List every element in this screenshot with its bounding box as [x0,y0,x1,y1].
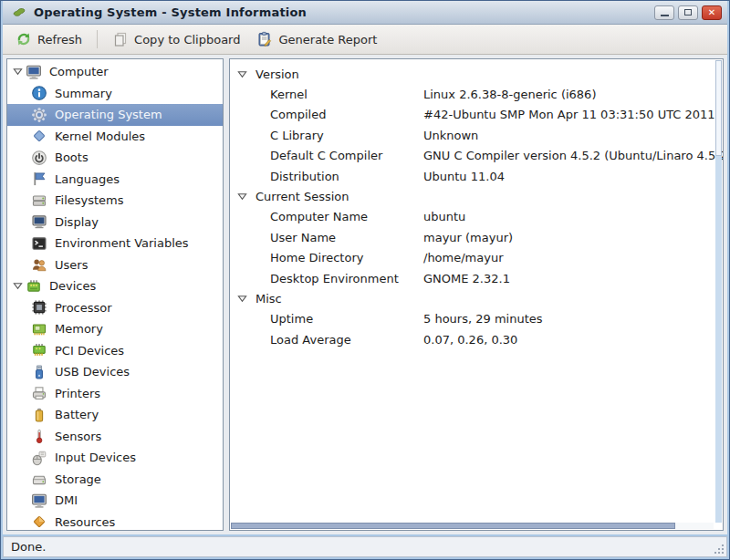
sidebar-item-filesystems[interactable]: Filesystems [7,190,223,212]
section-header-misc[interactable]: Misc [237,288,723,308]
field-label: Desktop Environment [270,272,423,285]
devices-chip-icon [26,278,43,295]
gear-icon [31,107,48,123]
sidebar-item-input-devices[interactable]: Input Devices [7,447,223,469]
detail-row: Desktop EnvironmentGNOME 2.32.1 [237,268,723,288]
toolbar-separator [97,30,98,48]
processor-icon [31,299,48,316]
sidebar-item-label: Computer [49,65,109,78]
sidebar-item-sensors[interactable]: Sensors [7,426,223,448]
field-value: ubuntu [423,210,723,223]
detail-row: KernelLinux 2.6.38-8-generic (i686) [237,84,723,104]
expander-icon[interactable] [237,192,248,202]
maximize-button[interactable] [678,5,698,20]
section-title: Misc [256,292,282,306]
vertical-scrollbar-thumb[interactable] [715,60,722,156]
sidebar-item-label: USB Devices [55,365,130,379]
sidebar-item-processor[interactable]: Processor [7,297,223,319]
detail-row: Default C CompilerGNU C Compiler version… [237,146,723,166]
sidebar-item-label: Memory [55,322,103,336]
memory-icon [31,321,48,337]
sidebar-item-dmi[interactable]: DMI [7,490,223,512]
sidebar-item-boots[interactable]: Boots [7,147,223,169]
sidebar-item-display[interactable]: Display [7,212,223,233]
horizontal-scrollbar-thumb[interactable] [231,523,675,529]
terminal-icon [31,235,48,252]
sidebar-item-kernel-modules[interactable]: Kernel Modules [7,126,223,148]
field-label: Load Average [270,333,423,347]
computer-icon [26,64,43,80]
field-label: Home Directory [270,251,423,264]
minimize-button[interactable] [654,5,674,20]
copy-to-clipboard-button[interactable]: Copy to Clipboard [105,27,247,51]
detail-row: Uptime5 hours, 29 minutes [237,309,723,329]
sidebar-item-devices[interactable]: Devices [7,275,223,297]
sidebar-item-memory[interactable]: Memory [7,318,223,340]
sidebar-item-label: Printers [55,387,100,400]
status-text: Done. [11,540,46,554]
window-title: Operating System - System Information [34,5,307,19]
refresh-button[interactable]: Refresh [8,27,89,51]
sidebar-item-label: Battery [55,408,99,421]
mouse-icon [31,450,48,466]
resize-grip[interactable] [713,543,725,555]
sidebar-item-resources[interactable]: Resources [7,512,223,532]
sidebar-item-storage[interactable]: Storage [7,469,223,491]
generate-report-button[interactable]: Generate Report [249,27,384,51]
sidebar-item-label: Filesystems [55,193,124,207]
section-header-version[interactable]: Version [237,64,723,84]
users-icon [31,256,48,273]
display-monitor-icon [31,213,48,230]
field-value: 0.07, 0.26, 0.30 [423,333,723,347]
field-value: Unknown [423,129,723,142]
resources-diamond-icon [31,513,48,530]
summary-info-icon [31,85,48,101]
field-label: User Name [270,231,423,244]
report-icon [256,31,273,47]
status-bar: Done. [3,536,727,557]
expander-icon[interactable] [13,281,26,291]
horizontal-scrollbar[interactable] [231,523,714,529]
sidebar-item-label: Resources [55,515,115,529]
field-label: Default C Compiler [270,149,423,162]
sidebar-item-label: Display [55,215,99,229]
sidebar-item-label: Languages [55,172,120,186]
pci-card-icon [31,342,48,358]
sidebar-tree: Computer Summary Operating System Kern [6,58,224,531]
detail-row: Home Directory/home/mayur [237,248,723,268]
close-icon: ✕ [708,8,715,17]
field-label: C Library [270,129,423,142]
sidebar-item-operating-system[interactable]: Operating System [7,104,223,126]
expander-icon[interactable] [13,67,26,77]
close-button[interactable]: ✕ [702,5,722,20]
titlebar[interactable]: Operating System - System Information ✕ [3,1,727,25]
vertical-scrollbar[interactable] [715,60,722,523]
field-value: #42-Ubuntu SMP Mon Apr 11 03:31:50 UTC 2… [423,108,723,121]
sidebar-item-label: Processor [55,301,112,315]
sidebar-item-label: Kernel Modules [55,130,145,143]
sidebar-item-printers[interactable]: Printers [7,383,223,405]
expander-icon[interactable] [237,294,248,304]
detail-panel: Version KernelLinux 2.6.38-8-generic (i6… [229,58,724,531]
power-icon [31,150,48,166]
sidebar-item-label: Summary [55,87,112,100]
field-value: mayur (mayur) [423,231,723,244]
sidebar-item-computer[interactable]: Computer [7,61,223,83]
sidebar-item-languages[interactable]: Languages [7,169,223,191]
sidebar-item-label: Devices [49,279,96,293]
expander-icon[interactable] [237,69,248,79]
section-header-current-session[interactable]: Current Session [237,186,723,206]
field-label: Computer Name [270,210,423,223]
flag-icon [31,171,48,187]
sidebar-item-label: Boots [55,150,89,164]
sidebar-item-pci-devices[interactable]: PCI Devices [7,340,223,362]
app-icon [12,5,26,20]
app-window: Operating System - System Information ✕ … [0,0,730,560]
sidebar-item-environment-variables[interactable]: Environment Variables [7,233,223,254]
sidebar-item-label: DMI [55,493,78,507]
sidebar-item-summary[interactable]: Summary [7,83,223,105]
sidebar-item-usb-devices[interactable]: USB Devices [7,361,223,383]
sidebar-item-battery[interactable]: Battery [7,404,223,426]
sidebar-item-users[interactable]: Users [7,254,223,276]
storage-drive-icon [31,471,48,487]
